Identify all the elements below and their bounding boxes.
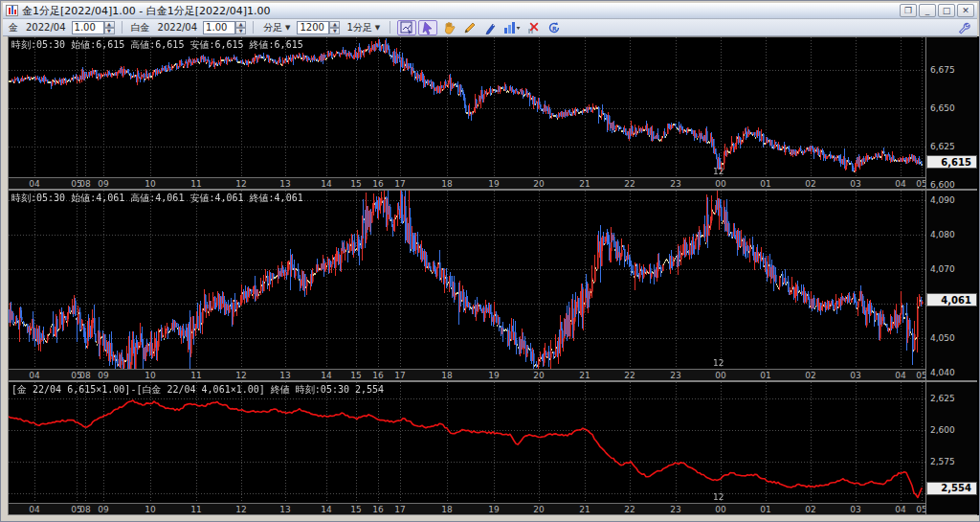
platinum-multiplier-arrows[interactable]: ▲▼ [235, 21, 246, 34]
x-tick-label: 02 [805, 179, 815, 189]
app-window: 金1分足[2022/04]1.00 - 白金1分足[2022/04]1.00 ❐… [0, 0, 980, 522]
pen-draw-icon [484, 21, 498, 34]
y-tick-label: 6,625 [930, 142, 955, 151]
app-icon [6, 5, 18, 16]
x-tick-label: 13 [279, 505, 290, 514]
x-tick-label: 01 [760, 179, 770, 189]
bar-type-dropdown[interactable]: 分足 ▼ [260, 21, 293, 34]
x-tick-label: 16 [372, 371, 383, 380]
bar-interval-label: 1分足 [346, 21, 371, 34]
bar-count-spinner[interactable]: 1200 ▲▼ [297, 21, 340, 34]
toolbar-separator [253, 21, 254, 34]
x-tick-label: 04 [895, 505, 905, 514]
x-tick-label: 19 [488, 371, 499, 380]
x-tick-label: 13 [279, 179, 290, 189]
x-tick-label: 12 [235, 371, 246, 380]
y-axis-gold-1min: 6,6756,6506,6256,6006,615 [925, 37, 977, 189]
x-tick-label: 01 [760, 371, 770, 380]
platinum-multiplier-spinner[interactable]: 1.00 ▲▼ [203, 21, 246, 34]
y-tick-label: 2,625 [930, 394, 955, 403]
x-tick-label: 15 [350, 505, 361, 514]
settings-wrench-button[interactable] [954, 20, 973, 35]
x-tick-label: 14 [321, 179, 331, 189]
hand-pan-button[interactable] [439, 20, 458, 35]
select-arrow-icon [421, 21, 434, 34]
x-tick-label: 10 [145, 179, 155, 189]
chart-info-line: 時刻:05:30 始値:6,615 高値:6,615 安値:6,615 終値:6… [11, 38, 303, 52]
x-axis-gold-1min: 0405080910111213141516171819202122230001… [9, 177, 925, 189]
x-tick-label: 11 [190, 179, 201, 189]
bar-count-arrows[interactable]: ▲▼ [329, 21, 340, 34]
x-tick-label: 08 [79, 179, 90, 189]
date-marker-label: 12 [713, 492, 724, 502]
x-tick-label: 20 [533, 371, 544, 380]
bar-interval-dropdown[interactable]: 1分足 ▼ [344, 21, 383, 34]
chevron-down-icon: ▼ [375, 24, 380, 32]
x-tick-label: 02 [805, 505, 815, 514]
x-tick-label: 15 [350, 371, 361, 380]
x-tick-label: 19 [488, 505, 499, 514]
plot-area-gold-platinum-spread: [金 22/04 6,615×1.00]-[白金 22/04 4,061×1.0… [9, 382, 925, 503]
x-tick-label: 14 [321, 371, 331, 380]
delete-chart-button[interactable] [523, 20, 543, 35]
y-tick-label: 4,040 [930, 368, 955, 377]
y-axis-platinum-1min: 4,0904,0804,0704,0504,0404,061 [925, 191, 977, 380]
chart-panel-gold-platinum-spread: [金 22/04 6,615×1.00]-[白金 22/04 4,061×1.0… [8, 381, 977, 515]
refresh-icon: R [547, 21, 561, 34]
x-tick-label: 03 [850, 371, 860, 380]
x-tick-label: 04 [29, 179, 39, 189]
toolbar: 金 2022/04 1.00 ▲▼ 白金 2022/04 1.00 ▲▼ 分足 … [3, 19, 977, 36]
popout-window-button[interactable]: ❐ [900, 4, 917, 17]
x-tick-label: 18 [441, 371, 452, 380]
y-tick-label: 4,070 [930, 264, 955, 274]
toolbar-separator [122, 21, 122, 34]
gold-multiplier-spinner[interactable]: 1.00 ▲▼ [72, 21, 115, 34]
x-tick-label: 04 [895, 179, 905, 189]
x-tick-label: 19 [488, 179, 499, 189]
y-tick-label: 6,650 [930, 103, 955, 113]
x-tick-label: 20 [533, 505, 544, 514]
x-tick-label: 09 [98, 505, 108, 514]
x-tick-label: 23 [670, 371, 680, 380]
y-tick-label: 6,675 [930, 65, 955, 75]
wrench-icon [957, 21, 970, 34]
crosshair-chart-button[interactable] [397, 20, 416, 35]
x-tick-label: 00 [715, 505, 725, 514]
x-tick-label: 00 [715, 179, 725, 189]
x-tick-label: 16 [372, 179, 383, 189]
x-tick-label: 12 [235, 505, 246, 514]
close-button[interactable]: ✕ [957, 4, 974, 17]
x-tick-label: 22 [624, 505, 635, 514]
y-tick-label: 4,050 [930, 333, 955, 343]
gold-multiplier-value[interactable]: 1.00 [72, 21, 104, 34]
chart-canvas-platinum-1min[interactable] [9, 191, 925, 369]
x-tick-label: 04 [29, 371, 39, 380]
x-tick-label: 10 [145, 371, 155, 380]
platinum-multiplier-value[interactable]: 1.00 [203, 21, 235, 34]
bar-count-value[interactable]: 1200 [297, 21, 329, 34]
y-tick-label: 2,600 [930, 425, 955, 435]
minimize-button[interactable]: _ [919, 4, 936, 17]
x-tick-label: 02 [805, 371, 815, 380]
x-tick-label: 16 [372, 505, 383, 514]
chart-canvas-gold-platinum-spread[interactable] [9, 382, 925, 503]
x-tick-label: 08 [79, 371, 90, 380]
select-arrow-button[interactable] [418, 20, 437, 35]
plot-area-gold-1min: 時刻:05:30 始値:6,615 高値:6,615 安値:6,615 終値:6… [9, 37, 925, 177]
pencil-draw-button[interactable] [460, 20, 479, 35]
pen-draw-button[interactable] [481, 20, 501, 35]
x-tick-label: 09 [98, 179, 108, 189]
x-tick-label: 03 [850, 179, 860, 189]
x-tick-label: 23 [670, 179, 680, 189]
refresh-button[interactable]: R [545, 20, 564, 35]
bar-chart-dropdown-button[interactable] [502, 20, 522, 35]
y-axis-gold-platinum-spread: 2,6252,6002,5752,554 [925, 382, 977, 514]
maximize-button[interactable]: □ [938, 4, 955, 17]
chart-canvas-gold-1min[interactable] [9, 37, 925, 177]
x-axis-gold-platinum-spread: 0405080910111213141516171819202122230001… [9, 503, 925, 514]
chart-panel-platinum-1min: 時刻:05:30 始値:4,061 高値:4,061 安値:4,061 終値:4… [8, 190, 977, 381]
plot-area-platinum-1min: 時刻:05:30 始値:4,061 高値:4,061 安値:4,061 終値:4… [9, 191, 925, 369]
x-tick-label: 04 [895, 371, 905, 380]
x-tick-label: 12 [235, 179, 246, 189]
gold-multiplier-arrows[interactable]: ▲▼ [104, 21, 115, 34]
